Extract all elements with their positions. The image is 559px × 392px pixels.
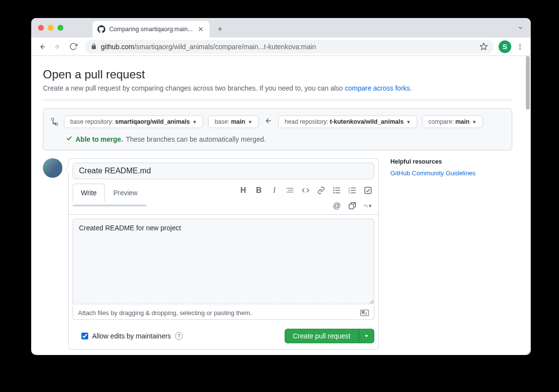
caret-down-icon: ▼ xyxy=(248,119,252,125)
reply-icon[interactable]: ▼ xyxy=(364,202,372,210)
page-viewport: Open a pull request Create a new pull re… xyxy=(31,56,531,355)
comment-body-wrap: Attach files by dragging & dropping, sel… xyxy=(69,215,378,324)
svg-text:3: 3 xyxy=(348,191,350,194)
git-compare-icon xyxy=(51,118,59,126)
community-guidelines-link[interactable]: GitHub Community Guidelines xyxy=(390,169,476,177)
svg-rect-12 xyxy=(335,192,340,193)
github-favicon xyxy=(97,25,105,33)
svg-point-11 xyxy=(333,192,335,194)
markdown-badge-icon[interactable]: M↓ xyxy=(360,310,369,316)
tab-overflow-icon[interactable] xyxy=(517,24,524,31)
window-minimize-icon[interactable] xyxy=(48,25,54,31)
attach-hint-row[interactable]: Attach files by dragging & dropping, sel… xyxy=(73,306,374,320)
heading-icon[interactable]: H xyxy=(239,186,248,195)
address-bar[interactable]: github.com/smartiqaorg/wild_animals/comp… xyxy=(85,40,494,54)
check-icon xyxy=(66,135,73,143)
user-avatar[interactable] xyxy=(43,158,62,178)
tab-preview[interactable]: Preview xyxy=(105,184,146,202)
svg-point-4 xyxy=(520,46,521,47)
caret-down-icon: ▼ xyxy=(406,119,411,125)
code-icon[interactable] xyxy=(301,186,310,195)
sidebar-heading: Helpful resources xyxy=(390,158,512,165)
tab-bar: Comparing smartiqaorg:main... ✕ + xyxy=(31,18,531,37)
ul-list-icon[interactable] xyxy=(332,186,341,195)
svg-point-9 xyxy=(333,190,335,191)
github-page: Open a pull request Create a new pull re… xyxy=(31,56,524,355)
italic-icon[interactable]: I xyxy=(270,186,279,195)
compare-row: base repository: smartiqaorg/wild_animal… xyxy=(51,115,504,128)
create-pr-button[interactable]: Create pull request xyxy=(285,329,359,343)
editor-toolbar: H B I 123 @ ▼ xyxy=(233,183,374,214)
pr-description-input[interactable] xyxy=(73,219,374,304)
pr-title-input[interactable] xyxy=(73,163,374,179)
ol-list-icon[interactable]: 123 xyxy=(348,186,357,195)
bookmark-star-icon[interactable] xyxy=(480,42,488,51)
mention-icon[interactable]: @ xyxy=(332,202,341,210)
bold-icon[interactable]: B xyxy=(254,186,263,195)
tab-write[interactable]: Write xyxy=(73,184,105,202)
pr-form-column: Write Preview H B I xyxy=(43,158,379,350)
arrow-left-icon xyxy=(264,117,273,127)
allow-edits-label: Allow edits by maintainers xyxy=(92,332,171,340)
svg-rect-8 xyxy=(335,187,340,188)
profile-avatar[interactable]: S xyxy=(499,40,511,53)
tasklist-icon[interactable] xyxy=(364,186,372,195)
browser-menu-button[interactable] xyxy=(513,40,527,54)
compare-branch-selector[interactable]: compare: main▼ xyxy=(422,115,483,128)
editor-tabs: Write Preview xyxy=(73,183,146,202)
svg-rect-20 xyxy=(349,204,354,209)
compare-panel: base repository: smartiqaorg/wild_animal… xyxy=(43,108,512,150)
page-subtitle: Create a new pull request by comparing c… xyxy=(43,84,512,100)
scrollbar-thumb[interactable] xyxy=(526,56,530,110)
window-zoom-icon[interactable] xyxy=(58,25,63,31)
head-repo-selector[interactable]: head repository: t-kutenkova/wild_animal… xyxy=(278,115,417,128)
caret-down-icon: ▼ xyxy=(472,119,477,125)
svg-rect-14 xyxy=(351,187,356,188)
url-text: github.com/smartiqaorg/wild_animals/comp… xyxy=(101,43,316,51)
pr-layout: Write Preview H B I xyxy=(43,158,512,350)
help-icon[interactable]: ? xyxy=(175,332,183,340)
browser-toolbar: github.com/smartiqaorg/wild_animals/comp… xyxy=(31,37,531,56)
cross-reference-icon[interactable] xyxy=(348,202,357,210)
svg-point-7 xyxy=(333,187,335,189)
pr-sidebar: Helpful resources GitHub Community Guide… xyxy=(390,158,512,350)
svg-marker-2 xyxy=(480,43,487,49)
pr-comment-box: Write Preview H B I xyxy=(68,158,379,350)
window-traffic-lights xyxy=(36,18,66,37)
svg-point-5 xyxy=(520,48,521,50)
editor-header: Write Preview H B I xyxy=(69,183,378,215)
base-branch-selector[interactable]: base: main▼ xyxy=(208,115,259,128)
create-pr-dropdown[interactable] xyxy=(359,329,374,343)
svg-marker-21 xyxy=(365,335,368,337)
nav-forward-button[interactable] xyxy=(51,40,64,54)
scrollbar[interactable] xyxy=(524,56,531,355)
close-tab-icon[interactable]: ✕ xyxy=(197,25,205,33)
page-title: Open a pull request xyxy=(43,68,512,81)
allow-edits-checkbox[interactable] xyxy=(81,333,88,339)
speech-caret-icon xyxy=(65,166,69,173)
new-tab-button[interactable]: + xyxy=(213,22,227,36)
browser-window: Comparing smartiqaorg:main... ✕ + github… xyxy=(31,18,531,355)
lock-icon xyxy=(91,43,97,50)
caret-down-icon: ▼ xyxy=(192,119,197,125)
link-icon[interactable] xyxy=(317,186,326,195)
nav-back-button[interactable] xyxy=(35,40,49,54)
svg-rect-10 xyxy=(335,190,340,190)
browser-tab[interactable]: Comparing smartiqaorg:main... ✕ xyxy=(93,21,210,37)
attach-hint-text: Attach files by dragging & dropping, sel… xyxy=(78,309,252,317)
quote-icon[interactable] xyxy=(286,186,294,195)
nav-reload-button[interactable] xyxy=(66,40,80,54)
window-close-icon[interactable] xyxy=(38,25,44,31)
submit-button-group: Create pull request xyxy=(285,329,374,343)
tab-title: Comparing smartiqaorg:main... xyxy=(109,26,193,33)
svg-rect-18 xyxy=(351,192,356,193)
merge-status: Able to merge. These branches can be aut… xyxy=(51,135,504,143)
base-repo-selector[interactable]: base repository: smartiqaorg/wild_animal… xyxy=(64,115,203,128)
tab-underline xyxy=(73,205,147,206)
svg-rect-16 xyxy=(351,190,356,190)
svg-point-3 xyxy=(520,44,521,45)
svg-rect-19 xyxy=(365,187,371,194)
pr-footer-row: Allow edits by maintainers ? Create pull… xyxy=(69,324,378,349)
compare-across-forks-link[interactable]: compare across forks xyxy=(345,84,410,92)
